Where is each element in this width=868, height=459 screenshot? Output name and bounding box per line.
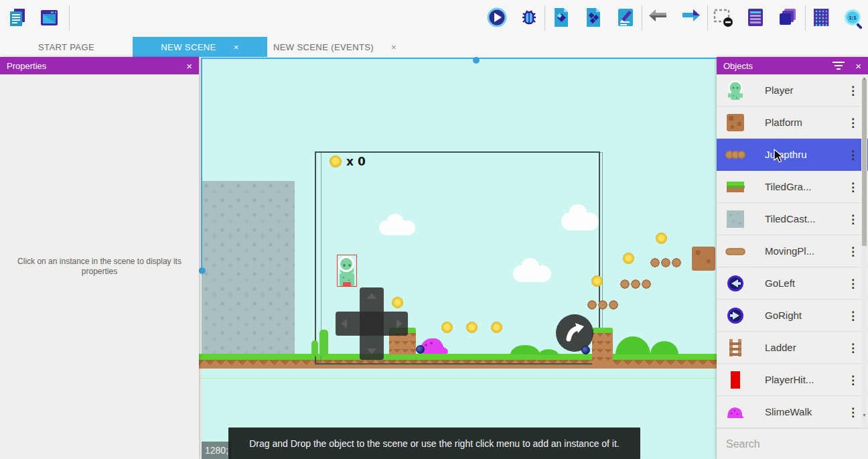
dirt-body — [592, 333, 613, 365]
tab-new-scene-events[interactable]: NEW SCENE (EVENTS) × — [267, 37, 403, 57]
player-helmet — [338, 256, 354, 272]
coin-hud-icon — [330, 155, 342, 168]
tab-bar: START PAGE NEW SCENE × NEW SCENE (EVENTS… — [0, 37, 868, 57]
toolbar-divider — [545, 5, 545, 31]
tiled-grass-icon — [725, 176, 746, 198]
instances-list-icon[interactable] — [745, 7, 766, 28]
objects-editor-icon[interactable] — [551, 7, 572, 28]
kebab-menu-icon[interactable]: ⋮ — [847, 276, 859, 290]
list-item-platform[interactable]: Platform ⋮ — [717, 107, 868, 139]
ball-instance[interactable] — [416, 345, 425, 354]
list-item-movingplatform[interactable]: MovingPl... ⋮ — [717, 235, 868, 267]
object-label: TiledGra... — [765, 181, 811, 192]
tab-close-icon[interactable]: × — [234, 42, 239, 52]
coin-instance[interactable] — [466, 322, 478, 333]
window-bottom-guide — [199, 378, 717, 379]
objects-scrollbar[interactable]: ▲ ▼ — [861, 74, 867, 428]
kebab-menu-icon[interactable]: ⋮ — [847, 308, 859, 322]
deselect-icon[interactable] — [713, 7, 734, 28]
kebab-menu-icon[interactable]: ⋮ — [847, 180, 859, 194]
zoom-1-1-icon[interactable]: 1:1 — [842, 7, 863, 28]
cloud-instance[interactable] — [379, 220, 415, 235]
cactus-sprite[interactable] — [311, 340, 318, 356]
dpad-down-arrow-icon[interactable] — [367, 348, 376, 354]
ball-instance[interactable] — [581, 346, 590, 354]
kebab-menu-icon[interactable]: ⋮ — [847, 83, 859, 97]
scroll-down-icon[interactable]: ▼ — [861, 413, 867, 417]
project-manager-icon[interactable] — [7, 7, 28, 28]
kebab-menu-icon[interactable]: ⋮ — [847, 405, 859, 419]
debug-icon[interactable] — [518, 7, 540, 28]
go-right-icon — [725, 305, 746, 326]
list-item-player[interactable]: Player ⋮ — [717, 74, 868, 107]
cloud-instance[interactable] — [561, 212, 599, 231]
list-item-jumpthru[interactable]: Jumpthru ⋮ — [717, 139, 868, 171]
tab-start-page[interactable]: START PAGE — [0, 37, 133, 57]
kebab-menu-icon[interactable]: ⋮ — [847, 244, 859, 258]
objects-panel-header: Objects × — [717, 57, 868, 74]
edit-scene-icon[interactable] — [615, 7, 636, 28]
bush-instance[interactable] — [650, 341, 678, 354]
list-item-playerhitbox[interactable]: PlayerHit... ⋮ — [717, 364, 868, 396]
kebab-menu-icon[interactable]: ⋮ — [847, 373, 859, 387]
object-label: TiledCast... — [765, 213, 815, 224]
list-item-ladder[interactable]: Ladder ⋮ — [717, 332, 868, 364]
tab-new-scene[interactable]: NEW SCENE × — [133, 37, 267, 57]
jumpthru-instance[interactable] — [650, 258, 682, 268]
coin-hud: x 0 — [330, 155, 366, 168]
list-item-goleft[interactable]: GoLeft ⋮ — [717, 267, 868, 300]
platform-instance[interactable] — [692, 247, 715, 271]
grass-block-instance[interactable] — [592, 328, 613, 365]
kebab-menu-icon[interactable]: ⋮ — [847, 340, 859, 354]
jumpthru-instance[interactable] — [587, 300, 619, 310]
play-icon[interactable] — [486, 7, 508, 28]
close-icon[interactable]: × — [186, 61, 192, 71]
coin-instance[interactable] — [656, 233, 667, 244]
object-label: SlimeWalk — [765, 406, 812, 417]
slime-walk-icon — [725, 401, 746, 423]
kebab-menu-icon[interactable]: ⋮ — [847, 115, 859, 129]
dpad-left-arrow-icon[interactable] — [341, 319, 347, 328]
coin-instance[interactable] — [392, 297, 403, 308]
search-input[interactable] — [726, 438, 865, 450]
coin-instance[interactable] — [623, 253, 634, 264]
dpad-up-arrow-icon[interactable] — [367, 293, 376, 299]
list-item-goright[interactable]: GoRight ⋮ — [717, 300, 868, 332]
scrollbar-thumb[interactable] — [862, 80, 867, 246]
kebab-menu-icon[interactable]: ⋮ — [847, 147, 859, 161]
player-instance-selected[interactable] — [337, 255, 357, 287]
tab-label: START PAGE — [38, 42, 94, 52]
coin-instance[interactable] — [591, 275, 603, 287]
list-item-tiledcastle[interactable]: TiledCast... ⋮ — [717, 203, 868, 235]
close-icon[interactable]: × — [855, 61, 861, 71]
guide-handle-top[interactable] — [473, 57, 480, 64]
zoom-lens: 1:1 — [845, 9, 861, 25]
cactus-sprite[interactable] — [319, 330, 328, 356]
start-page-icon[interactable] — [38, 7, 60, 28]
player-eye — [348, 264, 351, 267]
object-label: GoRight — [765, 310, 802, 321]
object-groups-icon[interactable] — [583, 7, 604, 28]
object-label: Platform — [765, 117, 802, 128]
object-label: PlayerHit... — [765, 374, 814, 385]
coin-instance[interactable] — [491, 322, 502, 333]
list-item-slimewalk[interactable]: SlimeWalk ⋮ — [717, 396, 868, 428]
ladder-icon — [725, 337, 746, 358]
undo-icon[interactable] — [648, 7, 669, 28]
filter-icon[interactable] — [833, 62, 845, 70]
jumpthru-instance[interactable] — [620, 279, 652, 289]
guide-handle-left[interactable] — [199, 267, 206, 274]
kebab-menu-icon[interactable]: ⋮ — [847, 212, 859, 226]
castle-wall-instance[interactable] — [202, 181, 295, 355]
mouse-cursor — [774, 149, 786, 163]
redo-icon[interactable] — [680, 7, 701, 28]
tab-close-icon[interactable]: × — [391, 42, 396, 52]
cloud-instance[interactable] — [513, 265, 551, 282]
grid-icon[interactable] — [810, 7, 832, 28]
coin-instance[interactable] — [441, 322, 453, 333]
bush-instance[interactable] — [616, 336, 650, 354]
dpad-right-arrow-icon[interactable] — [396, 319, 403, 328]
list-item-tiledgrass[interactable]: TiledGra... ⋮ — [717, 171, 868, 203]
layers-icon[interactable] — [777, 7, 798, 28]
scene-canvas[interactable]: x 0 1280; Drag and Drop the object to th… — [199, 57, 717, 459]
